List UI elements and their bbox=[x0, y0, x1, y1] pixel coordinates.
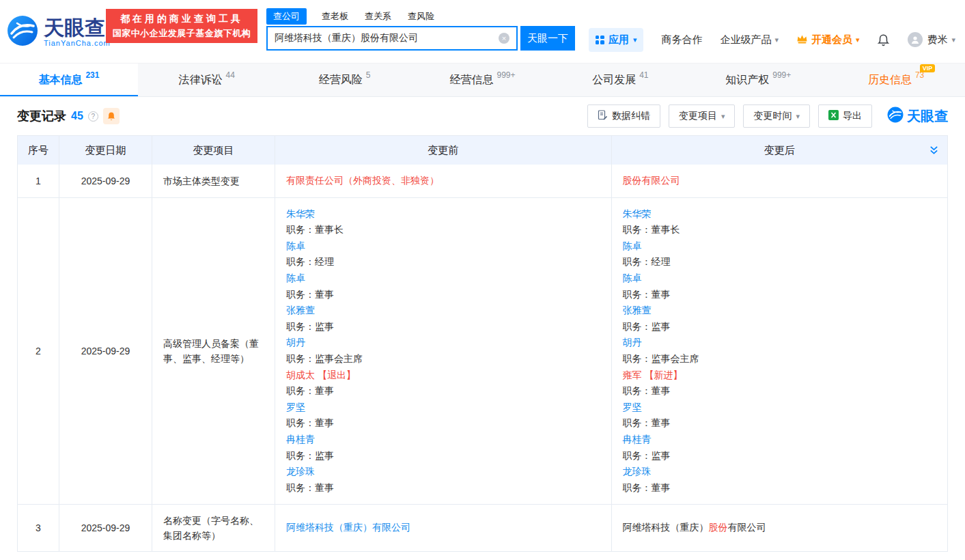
text-segment: 职务：董事 bbox=[623, 289, 671, 300]
text-segment: 职务：经理 bbox=[623, 256, 671, 267]
text-segment: 职务：监事 bbox=[623, 450, 671, 461]
person-link[interactable]: 冉桂青 bbox=[623, 434, 652, 445]
search-input[interactable] bbox=[275, 33, 499, 44]
text-segment: 职务：监事会主席 bbox=[623, 353, 699, 364]
tab-intellectual-property[interactable]: 知识产权999+ bbox=[689, 64, 827, 96]
detail-line: 朱华荣 bbox=[623, 206, 937, 223]
tianyancha-watermark-icon bbox=[887, 107, 904, 126]
nav-enterprise-products[interactable]: 企业级产品 ▾ bbox=[720, 33, 779, 46]
detail-line: 职务：监事 bbox=[623, 319, 937, 335]
person-link[interactable]: 张雅萱 bbox=[286, 305, 315, 316]
search-tab-company[interactable]: 查公司 bbox=[266, 8, 307, 25]
detail-line: 罗坚 bbox=[286, 400, 600, 416]
tab-inner: 知识产权999+ bbox=[725, 73, 791, 87]
table-row: 32025-09-29名称变更（字号名称、集团名称等）阿维塔科技（重庆）有限公司… bbox=[18, 504, 947, 551]
export-button[interactable]: 导出 bbox=[818, 104, 872, 128]
crown-icon bbox=[796, 34, 808, 46]
person-link[interactable]: 罗坚 bbox=[623, 402, 642, 412]
person-link[interactable]: 龙珍珠 bbox=[286, 466, 315, 477]
search-button[interactable]: 天眼一下 bbox=[520, 26, 575, 51]
chevron-down-icon: ▾ bbox=[796, 112, 800, 121]
header-after: 变更后 bbox=[611, 136, 948, 165]
tab-inner: 基本信息231 bbox=[38, 73, 99, 87]
header-before: 变更前 bbox=[275, 136, 611, 165]
nav-open-membership[interactable]: 开通会员 ▾ bbox=[796, 33, 860, 46]
person-link[interactable]: 阿维塔科技（重庆）有限公司 bbox=[286, 522, 410, 533]
help-info-icon[interactable]: ? bbox=[88, 111, 98, 122]
detail-line: 职务：董事 bbox=[623, 480, 937, 496]
text-segment: 职务：董事 bbox=[623, 385, 671, 396]
data-correction-label: 数据纠错 bbox=[612, 110, 650, 122]
tab-label: 基本信息 bbox=[38, 73, 82, 87]
tab-historical-info[interactable]: 历史信息73VIP bbox=[827, 64, 965, 96]
section-title-group: 变更记录 45 ? bbox=[17, 108, 120, 124]
brand-name: 天眼查 bbox=[44, 17, 111, 39]
business-cooperation-label: 商务合作 bbox=[661, 33, 702, 46]
change-records-section: 变更记录 45 ? 数据纠错 bbox=[0, 97, 965, 552]
detail-line: 阿维塔科技（重庆）有限公司 bbox=[286, 520, 600, 536]
tab-lawsuits[interactable]: 法律诉讼44 bbox=[138, 64, 276, 96]
watermark-text: 天眼查 bbox=[907, 107, 948, 126]
text-segment: 有限责任公司（外商投资、非独资） bbox=[286, 175, 439, 186]
user-name-label: 费米 bbox=[927, 33, 947, 46]
detail-line: 陈卓 bbox=[286, 270, 600, 287]
tab-operational-risk[interactable]: 经营风险5 bbox=[276, 64, 414, 96]
row-seq: 3 bbox=[18, 505, 59, 551]
nav-business-cooperation[interactable]: 商务合作 bbox=[661, 33, 702, 46]
person-link[interactable]: 张雅萱 bbox=[623, 305, 652, 316]
promo-banner-line2: 国家中小企业发展子基金旗下机构 bbox=[106, 27, 257, 40]
expand-all-icon[interactable] bbox=[929, 145, 939, 156]
apps-menu-button[interactable]: 应用 ▾ bbox=[589, 28, 644, 52]
row-change-item: 名称变更（字号名称、集团名称等） bbox=[152, 505, 275, 551]
text-segment: 职务：董事长 bbox=[286, 224, 344, 235]
promo-banner: 都在用的商业查询工具 国家中小企业发展子基金旗下机构 bbox=[106, 9, 257, 43]
document-edit-icon bbox=[598, 110, 608, 122]
search-input-box[interactable]: × bbox=[266, 26, 518, 51]
change-table-body: 12025-09-29市场主体类型变更有限责任公司（外商投资、非独资）股份有限公… bbox=[18, 165, 947, 551]
row-date: 2025-09-29 bbox=[59, 198, 152, 505]
person-link[interactable]: 朱华荣 bbox=[623, 208, 652, 219]
vip-badge: VIP bbox=[920, 64, 936, 72]
detail-line: 职务：经理 bbox=[286, 254, 600, 270]
user-account-menu[interactable]: 费米 ▾ bbox=[908, 32, 955, 47]
search-tab-relation[interactable]: 查关系 bbox=[363, 8, 393, 25]
tab-basic-info[interactable]: 基本信息231 bbox=[0, 64, 138, 96]
tab-count: 5 bbox=[366, 70, 371, 80]
data-correction-button[interactable]: 数据纠错 bbox=[587, 104, 660, 128]
person-link[interactable]: 冉桂青 bbox=[286, 434, 315, 445]
detail-line: 罗坚 bbox=[623, 400, 937, 416]
tab-label: 知识产权 bbox=[725, 73, 769, 87]
text-segment: 职务：监事 bbox=[286, 321, 334, 332]
person-link[interactable]: 陈卓 bbox=[286, 240, 305, 251]
tianyancha-logo[interactable]: 天眼查 TianYanCha.com bbox=[7, 15, 111, 49]
person-link[interactable]: 陈卓 bbox=[623, 240, 642, 251]
search-tab-boss[interactable]: 查老板 bbox=[320, 8, 350, 25]
person-link[interactable]: 龙珍珠 bbox=[623, 466, 652, 477]
tab-company-development[interactable]: 公司发展41 bbox=[551, 64, 689, 96]
person-link[interactable]: 陈卓 bbox=[286, 272, 305, 283]
section-header: 变更记录 45 ? 数据纠错 bbox=[17, 97, 948, 135]
subscribe-bell-icon[interactable] bbox=[103, 108, 120, 124]
chevron-down-icon: ▾ bbox=[721, 112, 725, 121]
detail-line: 雍军 【新进】 bbox=[623, 367, 937, 384]
person-link[interactable]: 胡丹 bbox=[623, 337, 642, 348]
notification-bell-icon[interactable] bbox=[877, 33, 890, 46]
tab-label: 经营信息 bbox=[449, 73, 493, 87]
person-link[interactable]: 胡丹 bbox=[286, 337, 305, 348]
filter-change-time-button[interactable]: 变更时间 ▾ bbox=[743, 104, 810, 128]
search-tab-risk[interactable]: 查风险 bbox=[406, 8, 436, 25]
person-link[interactable]: 朱华荣 bbox=[286, 208, 315, 219]
detail-line: 龙珍珠 bbox=[623, 464, 937, 480]
detail-line: 阿维塔科技（重庆）股份有限公司 bbox=[623, 520, 937, 536]
filter-change-item-button[interactable]: 变更项目 ▾ bbox=[669, 104, 736, 128]
person-link[interactable]: 陈卓 bbox=[623, 272, 642, 283]
tab-business-info[interactable]: 经营信息999+ bbox=[414, 64, 552, 96]
tab-count: 44 bbox=[226, 70, 235, 80]
person-link[interactable]: 罗坚 bbox=[286, 402, 305, 412]
tab-count: 41 bbox=[639, 70, 648, 80]
clear-search-icon[interactable]: × bbox=[499, 33, 509, 44]
text-segment: 职务：董事 bbox=[286, 385, 334, 396]
detail-line: 职务：董事 bbox=[286, 415, 600, 432]
top-header: 天眼查 TianYanCha.com 都在用的商业查询工具 国家中小企业发展子基… bbox=[0, 0, 965, 63]
detail-line: 职务：董事长 bbox=[286, 222, 600, 238]
